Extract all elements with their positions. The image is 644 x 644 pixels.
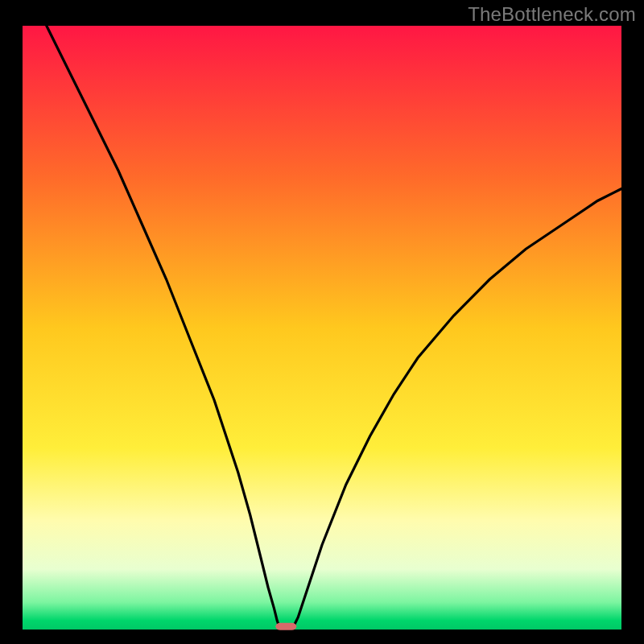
plot-background — [23, 26, 621, 630]
watermark-text: TheBottleneck.com — [468, 3, 636, 26]
chart-frame: TheBottleneck.com — [0, 0, 644, 644]
bottleneck-marker — [275, 623, 296, 630]
bottleneck-chart — [0, 0, 644, 644]
